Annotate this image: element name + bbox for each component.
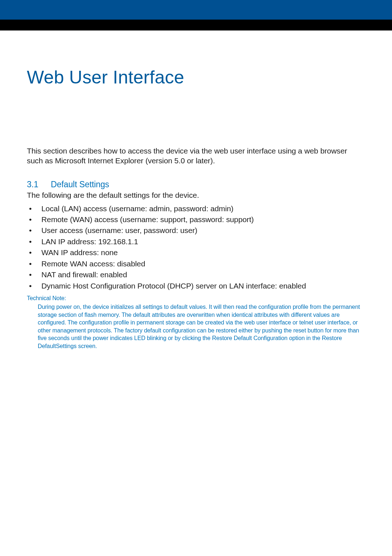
page-body: Web User Interface This section describe…: [0, 67, 392, 556]
section-number: 3.1: [27, 180, 51, 189]
header-blue-bar: [0, 0, 392, 20]
default-settings-list: Local (LAN) access (username: admin, pas…: [27, 203, 365, 292]
section-title: Default Settings: [51, 180, 109, 189]
section-lead: The following are the default settings f…: [27, 191, 365, 200]
list-item: User access (username: user, password: u…: [27, 225, 365, 236]
page-title: Web User Interface: [27, 67, 365, 88]
section-heading: 3.1Default Settings: [27, 180, 365, 189]
list-item: WAN IP address: none: [27, 247, 365, 258]
technical-note-label: Technical Note:: [27, 295, 365, 302]
list-item: Remote (WAN) access (username: support, …: [27, 214, 365, 225]
technical-note-body: During power on, the device initializes …: [27, 303, 365, 350]
intro-paragraph: This section describes how to access the…: [27, 146, 365, 166]
list-item: Remote WAN access: disabled: [27, 258, 365, 269]
list-item: Local (LAN) access (username: admin, pas…: [27, 203, 365, 214]
header-black-bar: [0, 20, 392, 30]
list-item: Dynamic Host Configuration Protocol (DHC…: [27, 281, 365, 291]
list-item: LAN IP address: 192.168.1.1: [27, 236, 365, 247]
list-item: NAT and firewall: enabled: [27, 269, 365, 280]
